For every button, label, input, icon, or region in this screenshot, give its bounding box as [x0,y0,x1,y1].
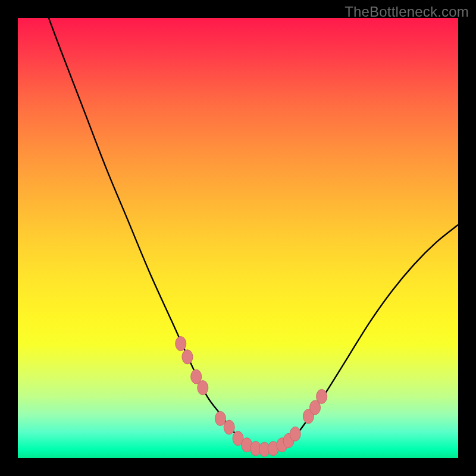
curve-marker [317,389,327,403]
curve-marker [224,420,234,434]
bottleneck-curve-svg [18,18,458,458]
curve-marker [176,337,186,351]
bottleneck-curve [49,18,458,450]
curve-marker [198,381,208,395]
watermark-text: TheBottleneck.com [345,4,469,20]
plot-area [18,18,458,458]
curve-markers [176,337,327,457]
curve-marker [215,411,226,425]
curve-marker [182,350,193,364]
curve-marker [290,427,300,441]
chart-frame: TheBottleneck.com [0,0,476,476]
